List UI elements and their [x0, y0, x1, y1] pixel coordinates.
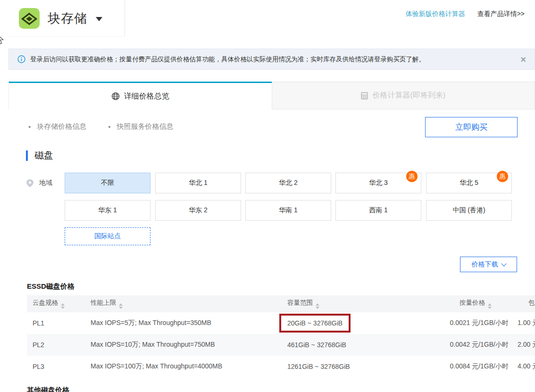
region-button-huanan1[interactable]: 华南 1: [245, 200, 331, 221]
info-icon: [17, 55, 25, 63]
region-button-label: 国际站点: [94, 232, 121, 241]
link-label: 快照服务价格信息: [117, 122, 174, 131]
tab-bar: 详细价格总览 价格计算器(即将到来): [8, 82, 535, 109]
subnav: • 块存储价格信息 • 快照服务价格信息 立即购买: [8, 109, 535, 142]
banner-text: 登录后访问以获取更准确价格；按量付费产品仅提供价格估算功能，具体价格以实际使用情…: [30, 55, 520, 64]
product-title: 块存储: [48, 10, 87, 27]
product-details-link[interactable]: 查看产品详情>>: [477, 10, 525, 18]
discount-badge: 惠: [406, 171, 418, 182]
link-block-storage-prices[interactable]: • 块存储价格信息: [28, 122, 86, 131]
cell-capacity: 461GiB ~ 32768GiB: [277, 334, 379, 356]
column-header-spec[interactable]: 云盘规格: [27, 295, 84, 312]
cell-monthly-price: 2.00 元/1GB/月: [513, 334, 535, 356]
region-button-label: 不限: [101, 179, 114, 187]
location-pin-icon: [26, 179, 33, 187]
essd-price-table: ESSD磁盘价格 云盘规格 性能上限 容量范围 按量价格 包月价格: [27, 282, 517, 377]
bullet-icon: •: [108, 123, 110, 131]
column-header-performance[interactable]: 性能上限: [84, 295, 277, 312]
link-snapshot-prices[interactable]: • 快照服务价格信息: [108, 122, 173, 131]
block-storage-icon: [19, 8, 40, 29]
cell-payg-price: 0.0021 元/1GB/小时: [379, 312, 513, 334]
table-header-row: 云盘规格 性能上限 容量范围 按量价格 包月价格: [27, 295, 535, 312]
cell-performance: Max IOPS=5万; Max Throughput=350MB: [84, 312, 277, 334]
region-button-huadong1[interactable]: 华东 1: [65, 200, 150, 221]
table-row-pl3: PL3 Max IOPS=100万; Max Throughput=4000MB…: [27, 356, 535, 377]
tab-price-calculator[interactable]: 价格计算器(即将到来): [272, 82, 535, 109]
region-button-label: 华北 3: [369, 179, 388, 187]
globe-icon: [111, 92, 120, 100]
region-button-hongkong[interactable]: 中国 (香港): [426, 200, 512, 221]
region-button-xinan1[interactable]: 西南 1: [335, 200, 421, 221]
chevron-down-icon: [501, 261, 506, 266]
disk-section-title: 磁盘: [26, 149, 53, 162]
bullet-icon: •: [28, 123, 31, 131]
region-label: 地域: [26, 179, 52, 187]
region-button-label: 中国 (香港): [452, 206, 485, 215]
tab-label: 价格计算器(即将到来): [372, 91, 445, 100]
section-accent-bar: [26, 150, 28, 161]
new-calculator-link[interactable]: 体验新版价格计算器: [406, 10, 465, 18]
region-button-huadong2[interactable]: 华东 2: [155, 200, 241, 221]
region-button-label: 华东 2: [189, 206, 208, 215]
cell-capacity: 20GiB ~ 32768GiB: [277, 312, 379, 334]
region-button-label: 华南 1: [279, 206, 298, 215]
region-button-unlimited[interactable]: 不限: [65, 173, 150, 193]
info-banner: 登录后访问以获取更准确价格；按量付费产品仅提供价格估算功能，具体价格以实际使用情…: [8, 49, 535, 70]
link-label: 块存储价格信息: [37, 122, 86, 131]
sort-icon: [61, 303, 65, 309]
region-button-label: 华东 1: [98, 206, 117, 215]
cell-payg-price: 0.0042 元/1GB/小时: [379, 334, 513, 356]
buy-now-button[interactable]: 立即购买: [425, 117, 518, 137]
download-button-label: 价格下载: [472, 260, 498, 269]
sort-icon: [488, 303, 492, 309]
cell-spec: PL1: [27, 312, 84, 334]
region-button-label: 西南 1: [369, 206, 388, 215]
international-site-button[interactable]: 国际站点: [65, 227, 150, 245]
region-button-huabei1[interactable]: 华北 1: [155, 173, 241, 193]
product-selector[interactable]: 块存储: [8, 0, 125, 37]
cell-capacity: 1261GiB ~ 32768GiB: [277, 356, 379, 377]
price-download-button[interactable]: 价格下载: [460, 257, 517, 272]
region-button-label: 华北 1: [189, 179, 208, 187]
region-button-huabei3[interactable]: 华北 3 惠: [335, 173, 421, 193]
calculator-icon: [361, 92, 368, 100]
cell-payg-price: 0.0084 元/1GB/小时: [379, 356, 513, 377]
region-button-label: 华北 2: [279, 179, 298, 187]
cell-performance: Max IOPS=10万; Max Throughput=750MB: [84, 334, 277, 356]
table-row-pl1: PL1 Max IOPS=5万; Max Throughput=350MB 20…: [27, 312, 535, 334]
cell-spec: PL2: [27, 334, 84, 356]
mouse-cursor-icon: [0, 33, 5, 47]
tab-label: 详细价格总览: [124, 92, 169, 101]
table-title: ESSD磁盘价格: [27, 282, 517, 291]
table-row-pl2: PL2 Max IOPS=10万; Max Throughput=750MB 4…: [27, 334, 535, 356]
region-label-text: 地域: [39, 179, 52, 187]
cell-monthly-price: 1.00 元/1GB/月: [513, 312, 535, 334]
column-header-capacity[interactable]: 容量范围: [277, 295, 379, 312]
tab-price-overview[interactable]: 详细价格总览: [8, 82, 272, 109]
column-header-monthly-price[interactable]: 包月价格: [513, 295, 535, 312]
header-links: 体验新版价格计算器 查看产品详情>>: [406, 10, 525, 18]
region-button-huabei2[interactable]: 华北 2: [245, 173, 331, 193]
discount-badge: 惠: [497, 171, 508, 182]
column-header-payg-price[interactable]: 按量价格: [379, 295, 513, 312]
sort-icon: [119, 303, 123, 309]
region-button-label: 华北 5: [460, 179, 478, 187]
cell-monthly-price: 4.00 元/1GB/月: [513, 356, 535, 377]
cell-spec: PL3: [27, 356, 84, 377]
red-highlight-box: 20GiB ~ 32768GiB: [279, 314, 351, 333]
region-button-huabei5[interactable]: 华北 5 惠: [426, 173, 512, 193]
section-title-text: 磁盘: [34, 149, 53, 162]
sort-icon: [316, 303, 319, 309]
cell-performance: Max IOPS=100万; Max Throughput=4000MB: [84, 356, 277, 377]
next-section-title: 其他磁盘价格: [27, 386, 69, 392]
close-icon[interactable]: ×: [520, 55, 526, 64]
chevron-down-icon: [96, 17, 102, 21]
